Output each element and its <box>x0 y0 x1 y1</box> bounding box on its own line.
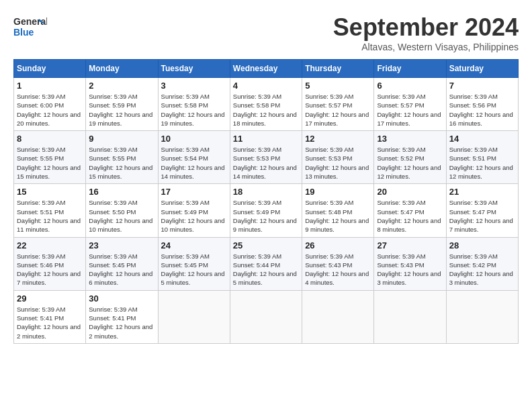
day-number: 2 <box>89 81 154 91</box>
calendar-cell: 3Sunrise: 5:39 AMSunset: 5:58 PMDaylight… <box>158 78 230 131</box>
day-number: 19 <box>305 187 371 197</box>
day-number: 17 <box>161 187 227 197</box>
calendar-cell: 24Sunrise: 5:39 AMSunset: 5:45 PMDayligh… <box>158 237 230 290</box>
calendar-week-2: 8Sunrise: 5:39 AMSunset: 5:55 PMDaylight… <box>14 131 519 184</box>
day-info: Sunrise: 5:39 AMSunset: 5:49 PMDaylight:… <box>233 198 299 234</box>
day-info: Sunrise: 5:39 AMSunset: 5:43 PMDaylight:… <box>305 252 371 287</box>
day-number: 22 <box>17 240 83 250</box>
calendar-cell: 6Sunrise: 5:39 AMSunset: 5:57 PMDaylight… <box>374 78 446 131</box>
day-info: Sunrise: 5:39 AMSunset: 5:53 PMDaylight:… <box>233 145 299 181</box>
calendar-cell: 28Sunrise: 5:39 AMSunset: 5:42 PMDayligh… <box>446 237 518 290</box>
calendar-cell: 5Sunrise: 5:39 AMSunset: 5:57 PMDaylight… <box>302 78 374 131</box>
day-info: Sunrise: 5:39 AMSunset: 5:41 PMDaylight:… <box>89 305 154 340</box>
day-info: Sunrise: 5:39 AMSunset: 5:42 PMDaylight:… <box>449 252 515 287</box>
header-thursday: Thursday <box>302 60 374 78</box>
day-number: 28 <box>449 240 515 250</box>
calendar-cell: 19Sunrise: 5:39 AMSunset: 5:48 PMDayligh… <box>302 184 374 237</box>
calendar-cell: 23Sunrise: 5:39 AMSunset: 5:45 PMDayligh… <box>86 237 158 290</box>
day-info: Sunrise: 5:39 AMSunset: 5:48 PMDaylight:… <box>305 198 371 234</box>
header-friday: Friday <box>374 60 446 78</box>
calendar-week-5: 29Sunrise: 5:39 AMSunset: 5:41 PMDayligh… <box>14 290 519 343</box>
day-number: 24 <box>161 240 227 250</box>
title-section: September 2024 Altavas, Western Visayas,… <box>333 13 519 52</box>
calendar-cell: 18Sunrise: 5:39 AMSunset: 5:49 PMDayligh… <box>230 184 302 237</box>
calendar-cell: 20Sunrise: 5:39 AMSunset: 5:47 PMDayligh… <box>374 184 446 237</box>
day-number: 11 <box>233 134 299 144</box>
calendar-cell: 7Sunrise: 5:39 AMSunset: 5:56 PMDaylight… <box>446 78 518 131</box>
day-info: Sunrise: 5:39 AMSunset: 5:43 PMDaylight:… <box>377 252 443 287</box>
calendar-cell: 25Sunrise: 5:39 AMSunset: 5:44 PMDayligh… <box>230 237 302 290</box>
logo: GeneralBlue <box>13 13 47 40</box>
day-info: Sunrise: 5:39 AMSunset: 5:52 PMDaylight:… <box>377 145 443 181</box>
day-info: Sunrise: 5:39 AMSunset: 5:54 PMDaylight:… <box>161 145 227 181</box>
day-info: Sunrise: 5:39 AMSunset: 5:46 PMDaylight:… <box>17 252 83 287</box>
calendar-cell: 12Sunrise: 5:39 AMSunset: 5:53 PMDayligh… <box>302 131 374 184</box>
day-number: 9 <box>89 134 154 144</box>
page-header: GeneralBlue September 2024 Altavas, West… <box>13 13 519 52</box>
day-number: 10 <box>161 134 227 144</box>
calendar-cell: 22Sunrise: 5:39 AMSunset: 5:46 PMDayligh… <box>14 237 86 290</box>
month-title: September 2024 <box>333 13 519 42</box>
day-info: Sunrise: 5:39 AMSunset: 5:59 PMDaylight:… <box>89 92 154 128</box>
calendar-week-4: 22Sunrise: 5:39 AMSunset: 5:46 PMDayligh… <box>14 237 519 290</box>
header-wednesday: Wednesday <box>230 60 302 78</box>
calendar-cell <box>302 290 374 343</box>
calendar-cell: 21Sunrise: 5:39 AMSunset: 5:47 PMDayligh… <box>446 184 518 237</box>
calendar-header-row: SundayMondayTuesdayWednesdayThursdayFrid… <box>14 60 519 78</box>
calendar-cell: 4Sunrise: 5:39 AMSunset: 5:58 PMDaylight… <box>230 78 302 131</box>
logo-svg: GeneralBlue <box>13 13 47 40</box>
svg-text:Blue: Blue <box>13 27 34 38</box>
day-number: 5 <box>305 81 371 91</box>
day-info: Sunrise: 5:39 AMSunset: 5:41 PMDaylight:… <box>17 305 83 340</box>
header-saturday: Saturday <box>446 60 518 78</box>
calendar-cell <box>374 290 446 343</box>
day-info: Sunrise: 5:39 AMSunset: 6:00 PMDaylight:… <box>17 92 83 128</box>
day-number: 8 <box>17 134 83 144</box>
header-tuesday: Tuesday <box>158 60 230 78</box>
day-info: Sunrise: 5:39 AMSunset: 5:50 PMDaylight:… <box>89 198 154 234</box>
calendar-cell: 11Sunrise: 5:39 AMSunset: 5:53 PMDayligh… <box>230 131 302 184</box>
calendar-cell <box>158 290 230 343</box>
calendar-cell <box>446 290 518 343</box>
day-number: 27 <box>377 240 443 250</box>
day-number: 20 <box>377 187 443 197</box>
day-info: Sunrise: 5:39 AMSunset: 5:53 PMDaylight:… <box>305 145 371 181</box>
calendar-cell: 16Sunrise: 5:39 AMSunset: 5:50 PMDayligh… <box>86 184 158 237</box>
day-info: Sunrise: 5:39 AMSunset: 5:55 PMDaylight:… <box>17 145 83 181</box>
day-number: 15 <box>17 187 83 197</box>
day-number: 6 <box>377 81 443 91</box>
calendar-cell: 26Sunrise: 5:39 AMSunset: 5:43 PMDayligh… <box>302 237 374 290</box>
day-number: 29 <box>17 293 83 304</box>
day-number: 1 <box>17 81 83 91</box>
day-number: 12 <box>305 134 371 144</box>
calendar-week-1: 1Sunrise: 5:39 AMSunset: 6:00 PMDaylight… <box>14 78 519 131</box>
day-number: 13 <box>377 134 443 144</box>
day-number: 26 <box>305 240 371 250</box>
day-number: 3 <box>161 81 227 91</box>
day-number: 30 <box>89 293 154 304</box>
calendar-cell: 27Sunrise: 5:39 AMSunset: 5:43 PMDayligh… <box>374 237 446 290</box>
day-number: 21 <box>449 187 515 197</box>
day-info: Sunrise: 5:39 AMSunset: 5:51 PMDaylight:… <box>449 145 515 181</box>
calendar-cell: 30Sunrise: 5:39 AMSunset: 5:41 PMDayligh… <box>86 290 158 343</box>
calendar-cell: 14Sunrise: 5:39 AMSunset: 5:51 PMDayligh… <box>446 131 518 184</box>
calendar-cell: 9Sunrise: 5:39 AMSunset: 5:55 PMDaylight… <box>86 131 158 184</box>
calendar-table: SundayMondayTuesdayWednesdayThursdayFrid… <box>13 59 519 344</box>
day-number: 16 <box>89 187 154 197</box>
header-monday: Monday <box>86 60 158 78</box>
calendar-cell: 10Sunrise: 5:39 AMSunset: 5:54 PMDayligh… <box>158 131 230 184</box>
day-info: Sunrise: 5:39 AMSunset: 5:45 PMDaylight:… <box>89 252 154 287</box>
day-info: Sunrise: 5:39 AMSunset: 5:47 PMDaylight:… <box>449 198 515 234</box>
calendar-cell: 15Sunrise: 5:39 AMSunset: 5:51 PMDayligh… <box>14 184 86 237</box>
day-number: 23 <box>89 240 154 250</box>
day-info: Sunrise: 5:39 AMSunset: 5:57 PMDaylight:… <box>305 92 371 128</box>
calendar-cell <box>230 290 302 343</box>
calendar-cell: 8Sunrise: 5:39 AMSunset: 5:55 PMDaylight… <box>14 131 86 184</box>
day-info: Sunrise: 5:39 AMSunset: 5:51 PMDaylight:… <box>17 198 83 234</box>
location: Altavas, Western Visayas, Philippines <box>333 42 519 52</box>
calendar-cell: 1Sunrise: 5:39 AMSunset: 6:00 PMDaylight… <box>14 78 86 131</box>
day-number: 18 <box>233 187 299 197</box>
calendar-cell: 29Sunrise: 5:39 AMSunset: 5:41 PMDayligh… <box>14 290 86 343</box>
day-info: Sunrise: 5:39 AMSunset: 5:58 PMDaylight:… <box>233 92 299 128</box>
day-info: Sunrise: 5:39 AMSunset: 5:44 PMDaylight:… <box>233 252 299 287</box>
